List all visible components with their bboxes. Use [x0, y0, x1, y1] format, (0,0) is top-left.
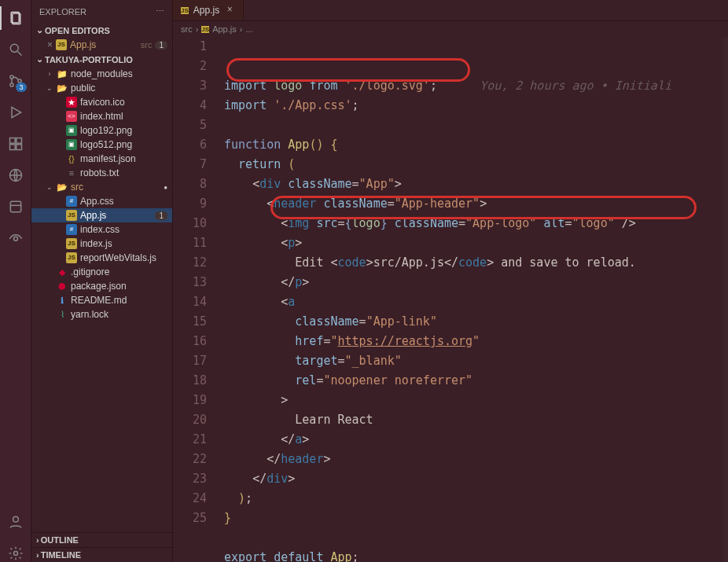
tree-file[interactable]: #index.css — [31, 222, 172, 237]
code-line[interactable]: function App() { — [224, 135, 728, 155]
modified-badge: 1 — [155, 211, 167, 220]
debug-icon[interactable] — [7, 104, 24, 121]
tree-file[interactable]: <>index.html — [31, 109, 172, 123]
code-line[interactable] — [224, 116, 728, 135]
code-line[interactable]: href="https://reactjs.org" — [224, 332, 728, 351]
sidebar: EXPLORER ⋯ ⌄ OPEN EDITORS × JS App.js sr… — [31, 0, 173, 562]
code-line[interactable]: <header className="App-header"> — [224, 194, 728, 214]
code-line[interactable]: className="App-link" — [224, 312, 728, 332]
chevron-right-icon: › — [46, 70, 53, 78]
tree-file[interactable]: ▣logo512.png — [31, 138, 172, 152]
account-icon[interactable] — [7, 513, 24, 531]
svg-marker-7 — [12, 107, 21, 117]
code-line[interactable]: > — [224, 391, 728, 410]
open-editor-file[interactable]: × JS App.js src 1 — [31, 38, 172, 52]
js-file-icon: JS — [181, 7, 189, 14]
code-line[interactable]: ); — [224, 489, 728, 509]
explorer-icon[interactable] — [7, 9, 24, 27]
tree-file[interactable]: #App.css — [31, 194, 172, 208]
svg-rect-9 — [9, 145, 15, 150]
code-line[interactable]: <p> — [224, 233, 728, 253]
svg-line-3 — [17, 52, 21, 56]
tree-folder[interactable]: ⌄📂src● — [31, 180, 172, 194]
svg-point-17 — [13, 552, 17, 556]
tree-file[interactable]: {}manifest.json — [31, 152, 172, 166]
code-line[interactable]: import logo from './logo.svg'; You, 2 ho… — [224, 76, 728, 96]
more-icon[interactable]: ⋯ — [156, 6, 164, 17]
remote-icon[interactable] — [7, 167, 24, 184]
close-icon[interactable]: × — [47, 39, 53, 50]
svg-point-16 — [13, 516, 18, 522]
activity-bar: 3 — [0, 0, 31, 562]
close-icon[interactable]: × — [224, 5, 235, 16]
tree-file[interactable]: ⬢package.json — [31, 279, 172, 293]
chevron-right-icon: › — [196, 24, 199, 34]
code-line[interactable]: Learn React — [224, 410, 728, 430]
tree-file[interactable]: ≡robots.txt — [31, 166, 172, 180]
tree-file[interactable]: ℹREADME.md — [31, 293, 172, 307]
gear-icon[interactable] — [7, 545, 24, 562]
open-editors-header[interactable]: ⌄ OPEN EDITORS — [31, 23, 172, 38]
chevron-down-icon: ⌄ — [36, 54, 43, 64]
chevron-right-icon: › — [36, 550, 39, 560]
gitlens-icon[interactable] — [7, 230, 24, 247]
code-line[interactable]: </p> — [224, 273, 728, 292]
code-line[interactable] — [224, 528, 728, 548]
js-file-icon: JS — [56, 39, 67, 50]
extensions-icon[interactable] — [7, 135, 24, 152]
code-content[interactable]: import logo from './logo.svg'; You, 2 ho… — [216, 37, 728, 562]
tree-file[interactable]: ★favicon.ico — [31, 95, 172, 109]
project-header[interactable]: ⌄ TAKUYA-PORTFOLIO — [31, 52, 172, 67]
code-line[interactable]: </div> — [224, 469, 728, 489]
codelens: You, 2 hours ago • Initiali — [480, 79, 671, 93]
tabs: JS App.js × — [173, 0, 728, 21]
folder-icon: 📁 — [57, 68, 68, 79]
gutter: 1234567891011121314151617181920212223242… — [173, 37, 216, 562]
open-editor-badge: 1 — [155, 41, 167, 50]
code-line[interactable]: Edit <code>src/App.js</code> and save to… — [224, 253, 728, 273]
svg-point-5 — [9, 83, 13, 86]
modified-dot: ● — [164, 184, 167, 191]
source-control-icon[interactable]: 3 — [7, 72, 24, 90]
tree-file[interactable]: JSindex.js — [31, 237, 172, 251]
chevron-down-icon: ⌄ — [46, 183, 53, 191]
tree-file[interactable]: ▣logo192.png — [31, 123, 172, 138]
svg-rect-8 — [9, 138, 15, 144]
search-icon[interactable] — [7, 41, 24, 58]
tree-file[interactable]: ◆.gitignore — [31, 265, 172, 279]
chevron-down-icon: ⌄ — [46, 84, 53, 92]
chevron-right-icon: › — [240, 24, 243, 34]
code-line[interactable]: </a> — [224, 430, 728, 450]
code-line[interactable]: import './App.css'; — [224, 96, 728, 116]
svg-rect-10 — [16, 145, 21, 150]
code-line[interactable]: <img src={logo} className="App-logo" alt… — [224, 214, 728, 233]
tab-appjs[interactable]: JS App.js × — [173, 0, 244, 20]
code-line[interactable]: export default App; — [224, 548, 728, 562]
svg-point-4 — [9, 75, 13, 79]
svg-rect-11 — [16, 138, 21, 144]
tree-file[interactable]: JSApp.js1 — [31, 208, 172, 222]
code-line[interactable]: target="_blank" — [224, 351, 728, 371]
svg-rect-13 — [10, 201, 20, 211]
timeline-section[interactable]: › TIMELINE — [31, 547, 172, 562]
tree-folder[interactable]: ›📁node_modules — [31, 67, 172, 81]
scrollbar[interactable] — [723, 37, 728, 562]
editor-area: JS App.js × src › JS App.js › ... 123456… — [173, 0, 728, 562]
project-manager-icon[interactable] — [7, 198, 24, 215]
code-line[interactable]: } — [224, 509, 728, 528]
code-line[interactable]: </header> — [224, 450, 728, 469]
svg-point-2 — [10, 44, 18, 52]
code-line[interactable]: <div className="App"> — [224, 174, 728, 194]
svg-point-15 — [13, 237, 17, 241]
breadcrumbs[interactable]: src › JS App.js › ... — [173, 21, 728, 37]
chevron-right-icon: › — [36, 535, 39, 545]
code-line[interactable]: return ( — [224, 155, 728, 174]
tree-file[interactable]: ⌇yarn.lock — [31, 307, 172, 321]
folder-icon: 📂 — [57, 182, 68, 193]
tree-file[interactable]: JSreportWebVitals.js — [31, 251, 172, 265]
tree-folder[interactable]: ⌄📂public — [31, 81, 172, 95]
outline-section[interactable]: › OUTLINE — [31, 532, 172, 547]
code-line[interactable]: <a — [224, 292, 728, 312]
code-line[interactable]: rel="noopener noreferrer" — [224, 371, 728, 391]
code-area[interactable]: 1234567891011121314151617181920212223242… — [173, 37, 728, 562]
